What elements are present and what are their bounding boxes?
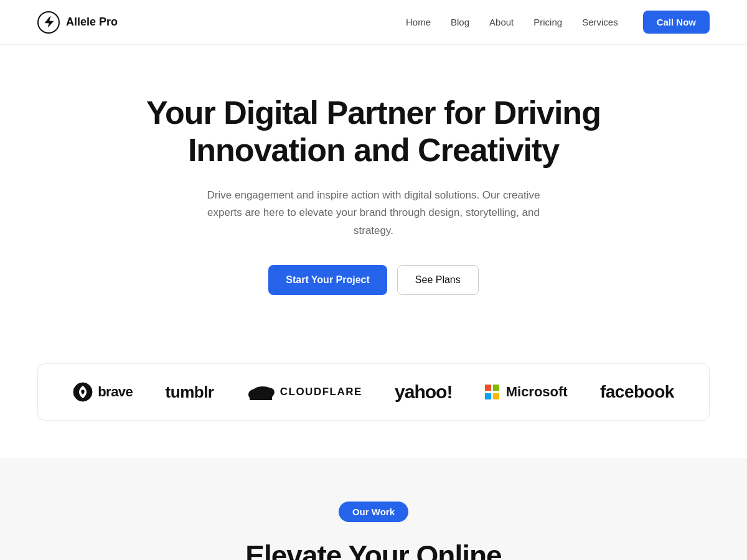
hero-title: Your Digital Partner for Driving Innovat… <box>125 95 622 169</box>
our-work-section: Our Work Elevate Your Online Presence wi… <box>0 458 747 560</box>
nav-link-home[interactable]: Home <box>406 17 431 27</box>
nav-link-services[interactable]: Services <box>582 17 618 27</box>
ms-square-green <box>493 385 499 391</box>
cloudflare-icon <box>247 383 275 401</box>
navbar: Allele Pro Home Blog About Pricing Servi… <box>0 0 747 45</box>
brave-icon <box>73 382 93 402</box>
microsoft-label: Microsoft <box>506 384 568 400</box>
start-project-button[interactable]: Start Your Project <box>268 265 387 295</box>
ms-square-red <box>485 385 491 391</box>
hero-subtitle: Drive engagement and inspire action with… <box>193 187 554 241</box>
nav-links: Home Blog About Pricing Services Call No… <box>406 11 710 34</box>
facebook-logo: facebook <box>600 382 674 402</box>
yahoo-label: yahoo! <box>395 381 452 403</box>
logo-icon <box>37 11 60 34</box>
cloudflare-logo: CLOUDFLARE <box>247 383 362 401</box>
nav-link-pricing[interactable]: Pricing <box>533 17 562 27</box>
microsoft-logo: Microsoft <box>485 384 568 400</box>
hero-section: Your Digital Partner for Driving Innovat… <box>0 45 747 332</box>
logo-text: Allele Pro <box>66 16 118 29</box>
nav-link-about[interactable]: About <box>489 17 514 27</box>
brave-label: brave <box>98 384 133 400</box>
cloudflare-label: CLOUDFLARE <box>280 386 362 398</box>
logo[interactable]: Allele Pro <box>37 11 118 34</box>
hero-buttons: Start Your Project See Plans <box>125 265 622 295</box>
nav-link-blog[interactable]: Blog <box>451 17 469 27</box>
see-plans-button[interactable]: See Plans <box>397 265 479 295</box>
tumblr-logo: tumblr <box>166 383 214 402</box>
our-work-badge[interactable]: Our Work <box>339 502 408 522</box>
tumblr-label: tumblr <box>166 383 214 402</box>
call-now-button[interactable]: Call Now <box>643 11 710 34</box>
facebook-label: facebook <box>600 382 674 402</box>
our-work-title: Elevate Your Online Presence with Respon… <box>187 539 560 560</box>
yahoo-logo: yahoo! <box>395 381 452 403</box>
logos-section: brave tumblr CLOUDFLARE yahoo! Microsoft… <box>37 363 710 421</box>
microsoft-grid-icon <box>485 385 500 399</box>
brave-logo: brave <box>73 382 133 402</box>
ms-square-yellow <box>493 393 499 399</box>
ms-square-blue <box>485 393 491 399</box>
svg-rect-4 <box>250 394 272 400</box>
